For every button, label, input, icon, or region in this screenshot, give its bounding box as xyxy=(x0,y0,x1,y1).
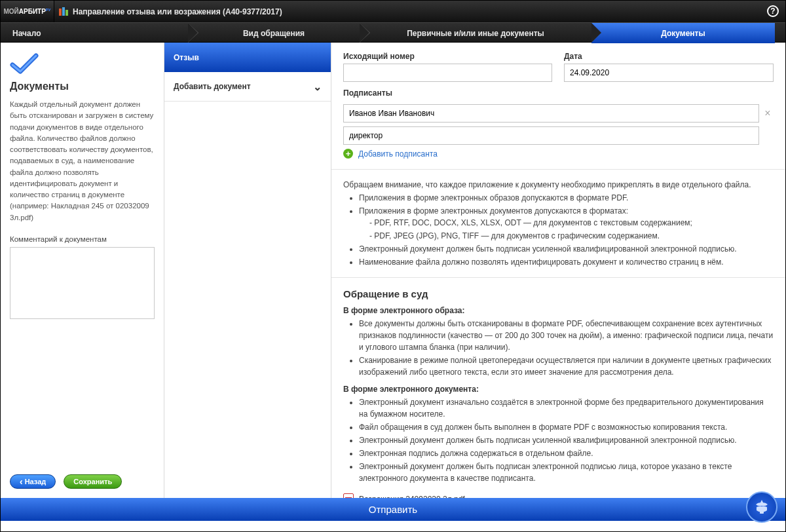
sub-heading-image: В форме электронного образа: xyxy=(343,306,774,315)
date-input[interactable] xyxy=(564,64,774,82)
divider xyxy=(331,277,785,278)
logo[interactable]: МОЙАРБИТРРУ xyxy=(1,1,54,22)
section-heading: Обращение в суд xyxy=(343,288,774,299)
info-block-1: Обращаем внимание, что каждое приложение… xyxy=(343,179,774,268)
tab-add-document[interactable]: Добавить документ ⌄ xyxy=(164,72,331,102)
page-title: Направление отзыва или возражения (А40-9… xyxy=(54,7,282,17)
info-image: Все документы должны быть отсканированы … xyxy=(343,318,774,378)
tab-review[interactable]: Отзыв xyxy=(164,43,331,72)
svg-rect-3 xyxy=(760,510,764,514)
back-button[interactable]: Назад xyxy=(10,474,56,489)
logo-text: МОЙАРБИТРРУ xyxy=(4,8,51,15)
emblem-icon xyxy=(746,491,777,523)
comment-textarea[interactable] xyxy=(10,247,155,319)
top-bar: МОЙАРБИТРРУ Направление отзыва или возра… xyxy=(1,1,785,22)
step-primary[interactable]: Первичные и/или иные документы xyxy=(360,23,591,43)
comment-label: Комментарий к документам xyxy=(10,235,155,243)
signer-name-input[interactable] xyxy=(343,104,759,123)
plus-icon: + xyxy=(343,149,353,159)
sub-heading-doc: В форме электронного документа: xyxy=(343,385,774,394)
out-number-label: Исходящий номер xyxy=(343,52,552,61)
step-nav: Начало Вид обращения Первичные и/или ины… xyxy=(1,22,785,43)
send-button[interactable]: Отправить xyxy=(1,498,785,521)
divider xyxy=(331,169,785,170)
left-desc: Каждый отдельный документ должен быть от… xyxy=(10,99,155,223)
svg-rect-0 xyxy=(59,9,62,16)
step-documents[interactable]: Документы xyxy=(591,23,775,43)
svg-rect-2 xyxy=(66,10,68,16)
date-label: Дата xyxy=(564,52,774,61)
attached-file[interactable]: Возражения 24092020 2л.pdf xyxy=(343,493,774,498)
help-icon[interactable]: ? xyxy=(767,5,779,17)
checkmark-icon xyxy=(10,52,39,75)
save-button[interactable]: Сохранить xyxy=(64,474,122,489)
left-buttons: Назад Сохранить xyxy=(10,463,155,489)
signer-label: Подписанты xyxy=(343,88,774,98)
signer-position-input[interactable] xyxy=(343,126,759,145)
mid-column: Отзыв Добавить документ ⌄ xyxy=(164,43,331,498)
remove-signer-icon[interactable]: × xyxy=(762,107,774,119)
step-start[interactable]: Начало xyxy=(1,23,188,43)
page-title-text: Направление отзыва или возражения (А40-9… xyxy=(73,7,282,16)
svg-rect-1 xyxy=(62,7,65,16)
left-heading: Документы xyxy=(10,81,155,92)
chevron-down-icon: ⌄ xyxy=(313,81,322,93)
add-signer-link[interactable]: + Добавить подписанта xyxy=(343,149,774,165)
step-type[interactable]: Вид обращения xyxy=(188,23,360,43)
pdf-icon xyxy=(343,493,354,498)
out-number-input[interactable] xyxy=(343,64,552,82)
left-column: Документы Каждый отдельный документ долж… xyxy=(1,43,164,498)
main: Документы Каждый отдельный документ долж… xyxy=(1,43,785,498)
info-doc: Электронный документ изначально создаётс… xyxy=(343,396,774,484)
doc-color-icon xyxy=(58,7,69,17)
right-column: Исходящий номер Дата Подписанты × + xyxy=(331,43,785,498)
